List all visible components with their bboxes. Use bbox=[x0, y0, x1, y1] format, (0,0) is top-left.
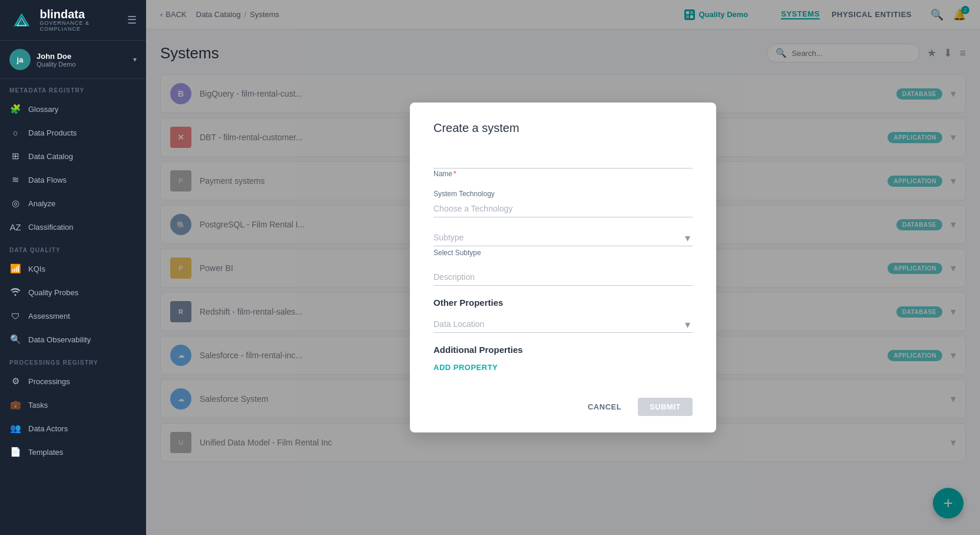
data-location-wrapper: Data Location ▾ bbox=[433, 316, 693, 333]
description-field bbox=[433, 269, 693, 286]
sidebar-item-classification[interactable]: AZ Classification bbox=[0, 215, 146, 239]
hamburger-icon[interactable]: ☰ bbox=[127, 14, 137, 27]
subtype-select-wrapper: Subtype ▾ bbox=[433, 229, 693, 246]
circle-icon: ○ bbox=[9, 127, 21, 138]
sidebar-item-processings[interactable]: ⚙ Processings bbox=[0, 369, 146, 393]
shield-icon: 🛡 bbox=[9, 310, 21, 322]
add-property-button[interactable]: ADD PROPERTY bbox=[433, 363, 693, 372]
sidebar-label-data-actors: Data Actors bbox=[28, 424, 68, 433]
logo-text: blindata bbox=[39, 8, 127, 20]
sidebar-label-data-products: Data Products bbox=[28, 128, 77, 137]
user-section[interactable]: ja John Doe Quality Demo ▾ bbox=[0, 41, 146, 79]
sidebar-item-analyze[interactable]: ◎ Analyze bbox=[0, 191, 146, 215]
sidebar-label-data-catalog: Data Catalog bbox=[28, 152, 73, 161]
sidebar-item-glossary[interactable]: 🧩 Glossary bbox=[0, 97, 146, 121]
people-icon: 👥 bbox=[9, 422, 21, 434]
sidebar-item-templates[interactable]: 📄 Templates bbox=[0, 440, 146, 464]
description-input[interactable] bbox=[433, 269, 693, 286]
system-technology-field: System Technology bbox=[433, 190, 693, 217]
template-icon: 📄 bbox=[9, 446, 21, 458]
user-info: John Doe Quality Demo bbox=[37, 52, 127, 68]
system-technology-input[interactable] bbox=[433, 200, 693, 217]
sidebar-item-data-observability[interactable]: 🔍 Data Observability bbox=[0, 328, 146, 351]
logo-icon bbox=[9, 7, 34, 33]
sidebar-item-tasks[interactable]: 💼 Tasks bbox=[0, 393, 146, 417]
sidebar: blindata GOVERNANCE & COMPLIANCE ☰ ja Jo… bbox=[0, 0, 146, 535]
sidebar-label-tasks: Tasks bbox=[28, 401, 48, 409]
user-name: John Doe bbox=[37, 52, 127, 61]
subtype-placeholder-label: Select Subtype bbox=[433, 249, 693, 257]
name-input[interactable] bbox=[433, 151, 693, 169]
other-properties-heading: Other Properties bbox=[433, 298, 693, 308]
observability-icon: 🔍 bbox=[9, 333, 21, 345]
sidebar-section-processings: PROCESSINGS REGISTRY bbox=[0, 351, 146, 369]
wave-icon: ≋ bbox=[9, 174, 21, 186]
sidebar-label-data-observability: Data Observability bbox=[28, 335, 91, 344]
sidebar-item-assessment[interactable]: 🛡 Assessment bbox=[0, 304, 146, 328]
sidebar-label-analyze: Analyze bbox=[28, 199, 55, 208]
submit-button[interactable]: SUBMIT bbox=[638, 398, 693, 416]
name-required: * bbox=[453, 170, 456, 178]
chart-icon: ◎ bbox=[9, 197, 21, 209]
sidebar-item-quality-probes[interactable]: Quality Probes bbox=[0, 280, 146, 304]
sidebar-item-data-actors[interactable]: 👥 Data Actors bbox=[0, 417, 146, 440]
main-area: ‹ BACK Data Catalog / Systems Quality De… bbox=[146, 0, 980, 535]
az-icon: AZ bbox=[9, 221, 21, 233]
logo-sub: GOVERNANCE & COMPLIANCE bbox=[39, 20, 127, 32]
name-field: Name * bbox=[433, 151, 693, 178]
sidebar-logo: blindata GOVERNANCE & COMPLIANCE bbox=[9, 7, 127, 33]
grid-icon: ⊞ bbox=[9, 150, 21, 162]
wifi-icon bbox=[9, 286, 21, 298]
signal-icon: 📶 bbox=[9, 263, 21, 275]
sidebar-label-kqis: KQIs bbox=[28, 265, 45, 273]
sidebar-label-classification: Classification bbox=[28, 223, 74, 232]
avatar: ja bbox=[9, 49, 31, 70]
subtype-select[interactable]: Subtype bbox=[433, 229, 693, 246]
modal-title: Create a system bbox=[433, 121, 693, 135]
sidebar-section-metadata: METADATA REGISTRY bbox=[0, 79, 146, 97]
system-technology-label: System Technology bbox=[433, 190, 693, 198]
subtype-field: Subtype ▾ Select Subtype bbox=[433, 229, 693, 257]
sidebar-label-assessment: Assessment bbox=[28, 312, 70, 321]
chevron-down-icon: ▾ bbox=[133, 55, 137, 64]
sidebar-label-processings: Processings bbox=[28, 377, 70, 386]
user-org: Quality Demo bbox=[37, 61, 127, 68]
modal-overlay: Create a system Name * System Technology… bbox=[146, 0, 980, 535]
modal-actions: CANCEL SUBMIT bbox=[433, 388, 693, 416]
sidebar-item-data-catalog[interactable]: ⊞ Data Catalog bbox=[0, 144, 146, 168]
sidebar-section-quality: DATA QUALITY bbox=[0, 239, 146, 257]
cancel-button[interactable]: CANCEL bbox=[578, 398, 631, 416]
sidebar-header: blindata GOVERNANCE & COMPLIANCE ☰ bbox=[0, 0, 146, 41]
sidebar-item-data-flows[interactable]: ≋ Data Flows bbox=[0, 168, 146, 191]
name-label: Name bbox=[433, 170, 452, 178]
sidebar-item-data-products[interactable]: ○ Data Products bbox=[0, 121, 146, 144]
puzzle-icon: 🧩 bbox=[9, 103, 21, 115]
additional-properties-heading: Additional Properties bbox=[433, 345, 693, 355]
briefcase-icon: 💼 bbox=[9, 399, 21, 411]
data-location-field: Data Location ▾ bbox=[433, 316, 693, 333]
sidebar-label-quality-probes: Quality Probes bbox=[28, 288, 78, 297]
sidebar-label-templates: Templates bbox=[28, 448, 63, 457]
sidebar-label-data-flows: Data Flows bbox=[28, 176, 67, 184]
sidebar-label-glossary: Glossary bbox=[28, 105, 58, 114]
data-location-select[interactable]: Data Location bbox=[433, 316, 693, 333]
cog-icon: ⚙ bbox=[9, 375, 21, 387]
sidebar-item-kqis[interactable]: 📶 KQIs bbox=[0, 257, 146, 280]
create-system-modal: Create a system Name * System Technology… bbox=[410, 103, 716, 432]
